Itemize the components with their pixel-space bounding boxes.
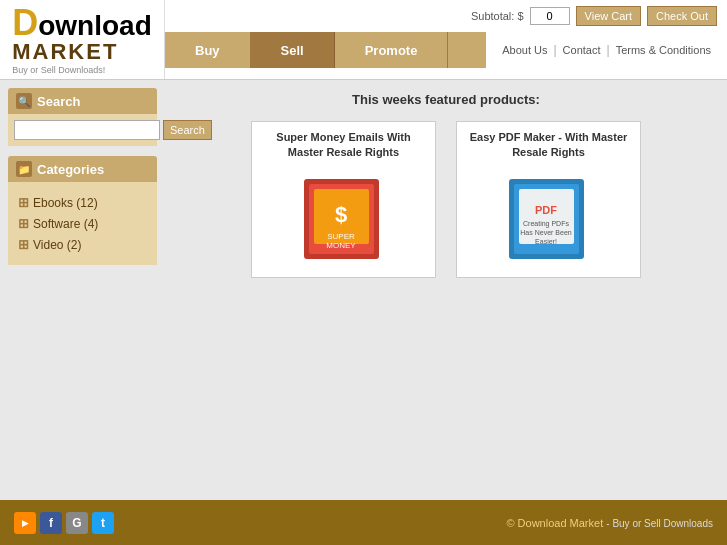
tagline-text: - Buy or Sell Downloads <box>606 518 713 529</box>
logo-market: MARKET <box>12 41 152 63</box>
expand-icon: ⊞ <box>18 216 29 231</box>
categories-section: 📁 Categories ⊞Ebooks (12) ⊞Software (4) … <box>8 156 157 265</box>
search-body: Search <box>8 114 157 146</box>
svg-text:PDF: PDF <box>535 204 557 216</box>
contact-link[interactable]: Contact <box>557 44 607 56</box>
logo-ownload: ownload <box>38 10 152 41</box>
product-card[interactable]: Super Money Emails With Master Resale Ri… <box>251 121 436 278</box>
main: 🔍 Search Search 📁 Categories ⊞Ebooks (12… <box>0 80 727 500</box>
tab-buy[interactable]: Buy <box>165 32 251 68</box>
svg-text:SUPER: SUPER <box>327 232 355 241</box>
categories-body: ⊞Ebooks (12) ⊞Software (4) ⊞Video (2) <box>8 182 157 265</box>
category-label: Software (4) <box>33 217 98 231</box>
category-list: ⊞Ebooks (12) ⊞Software (4) ⊞Video (2) <box>14 188 151 259</box>
google-icon[interactable]: G <box>66 512 88 534</box>
categories-header: 📁 Categories <box>8 156 157 182</box>
product-card[interactable]: Easy PDF Maker - With Master Resale Righ… <box>456 121 641 278</box>
tab-promote[interactable]: Promote <box>335 32 449 68</box>
footer-icons: ▸ f G t <box>14 512 114 534</box>
search-section-icon: 🔍 <box>16 93 32 109</box>
subtotal-label: Subtotal: $ <box>471 10 524 22</box>
rss-icon[interactable]: ▸ <box>14 512 36 534</box>
content-area: This weeks featured products: Super Mone… <box>165 80 727 500</box>
twitter-icon[interactable]: t <box>92 512 114 534</box>
product-image: $ SUPER MONEY <box>294 169 394 269</box>
copyright-text: © Download Market <box>506 517 603 529</box>
search-header-label: Search <box>37 94 80 109</box>
checkout-button[interactable]: Check Out <box>647 6 717 26</box>
category-label: Video (2) <box>33 238 81 252</box>
product-image: PDF Creating PDFs Has Never Been Easier! <box>499 169 599 269</box>
logo: Download MARKET Buy or Sell Downloads! <box>0 0 165 79</box>
svg-text:MONEY: MONEY <box>326 241 356 250</box>
featured-title: This weeks featured products: <box>177 92 715 107</box>
top-right: Subtotal: $ 0 View Cart Check Out Buy Se… <box>165 0 727 79</box>
top-links: About Us | Contact | Terms & Conditions <box>486 32 727 68</box>
footer-copyright: © Download Market - Buy or Sell Download… <box>506 517 713 529</box>
svg-text:Has Never Been: Has Never Been <box>520 229 571 236</box>
sidebar: 🔍 Search Search 📁 Categories ⊞Ebooks (12… <box>0 80 165 500</box>
search-header: 🔍 Search <box>8 88 157 114</box>
svg-text:Creating PDFs: Creating PDFs <box>523 220 569 228</box>
svg-text:$: $ <box>334 202 346 227</box>
about-link[interactable]: About Us <box>496 44 553 56</box>
products-grid: Super Money Emails With Master Resale Ri… <box>177 121 715 278</box>
logo-d: D <box>12 2 38 43</box>
product-title: Easy PDF Maker - With Master Resale Righ… <box>465 130 632 161</box>
expand-icon: ⊞ <box>18 195 29 210</box>
expand-icon: ⊞ <box>18 237 29 252</box>
footer: ▸ f G t © Download Market - Buy or Sell … <box>0 500 727 545</box>
facebook-icon[interactable]: f <box>40 512 62 534</box>
tab-sell[interactable]: Sell <box>251 32 335 68</box>
search-row: Search <box>14 120 151 140</box>
subtotal-bar: Subtotal: $ 0 View Cart Check Out <box>165 0 727 32</box>
categories-section-icon: 📁 <box>16 161 32 177</box>
view-cart-button[interactable]: View Cart <box>576 6 641 26</box>
header: Download MARKET Buy or Sell Downloads! S… <box>0 0 727 80</box>
logo-sub: Buy or Sell Downloads! <box>12 65 152 75</box>
list-item[interactable]: ⊞Video (2) <box>14 234 151 255</box>
subtotal-input[interactable]: 0 <box>530 7 570 25</box>
svg-text:Easier!: Easier! <box>535 238 557 245</box>
category-label: Ebooks (12) <box>33 196 98 210</box>
product-title: Super Money Emails With Master Resale Ri… <box>260 130 427 161</box>
nav-tabs: Buy Sell Promote About Us | Contact | Te… <box>165 32 727 68</box>
categories-header-label: Categories <box>37 162 104 177</box>
search-section: 🔍 Search Search <box>8 88 157 146</box>
list-item[interactable]: ⊞Ebooks (12) <box>14 192 151 213</box>
list-item[interactable]: ⊞Software (4) <box>14 213 151 234</box>
terms-link[interactable]: Terms & Conditions <box>610 44 717 56</box>
search-input[interactable] <box>14 120 160 140</box>
